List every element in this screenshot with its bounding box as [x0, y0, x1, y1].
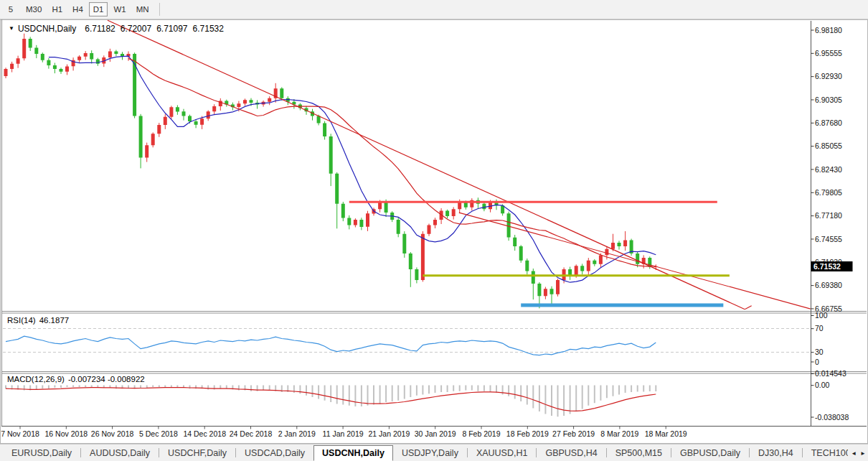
price-tag-value: 6.71532: [813, 262, 841, 271]
price-axis-label: 6.98180: [815, 26, 842, 34]
rsi-axis-label: 100: [815, 311, 828, 320]
date-axis-label: 2 Jan 2019: [278, 429, 316, 438]
timeframe-button-w1[interactable]: W1: [109, 2, 130, 17]
timeframe-button-m30[interactable]: M30: [22, 2, 46, 17]
tab-usdchf-daily[interactable]: USDCHF,Daily: [159, 446, 235, 460]
price-axis-label: 6.90305: [815, 96, 842, 104]
timeframe-button-h1[interactable]: H1: [47, 2, 67, 17]
tab-usdcad-daily[interactable]: USDCAD,Daily: [236, 446, 313, 460]
timeframe-button-mn[interactable]: MN: [132, 2, 154, 17]
date-axis-label: 11 Jan 2019: [323, 429, 364, 438]
rsi-axis-label: 0: [815, 358, 819, 366]
tab-usdjpy-daily[interactable]: USDJPY,Daily: [393, 446, 467, 460]
macd-axis-label: 0.014543: [815, 369, 846, 378]
price-axis-label: 6.87680: [815, 118, 842, 127]
timeframe-button-d1[interactable]: D1: [89, 2, 108, 17]
date-axis-label: 7 Nov 2018: [1, 429, 39, 438]
tab-usdcnh-daily[interactable]: USDCNH,Daily: [313, 445, 393, 461]
rsi-axis-label: 70: [815, 324, 824, 332]
close-quote: 6.71532: [193, 24, 224, 34]
date-axis-label: 16 Nov 2018: [45, 429, 88, 438]
tab-eurusd-daily[interactable]: EURUSD,Daily: [3, 446, 80, 460]
date-axis-label: 5 Dec 2018: [139, 429, 178, 438]
tab-scroll-arrows: ◄ ►: [848, 444, 866, 461]
date-axis-label: 24 Dec 2018: [230, 429, 273, 438]
rsi-label: RSI(14)46.1877: [7, 316, 69, 325]
date-axis-label: 8 Feb 2019: [462, 429, 500, 438]
date-axis-label: 27 Feb 2019: [552, 429, 595, 438]
rsi-value: 46.1877: [39, 316, 70, 325]
timeframe-button-h4[interactable]: H4: [68, 2, 88, 17]
date-axis-label: 21 Jan 2019: [368, 429, 410, 438]
tab-dj30-h4[interactable]: DJ30,H4: [750, 446, 802, 460]
collapse-icon[interactable]: ▼: [9, 25, 14, 32]
date-axis-label: 18 Mar 2019: [645, 429, 687, 438]
date-axis-label: 30 Jan 2019: [415, 429, 456, 438]
rsi-name: RSI(14): [7, 316, 36, 325]
low-quote: 6.71097: [156, 24, 187, 34]
price-axis-label: 6.77180: [815, 211, 842, 220]
price-axis-label: 6.69380: [815, 281, 842, 289]
price-axis-label: 6.82430: [815, 165, 842, 174]
tab-audusd-daily[interactable]: AUDUSD,Daily: [81, 446, 159, 460]
symbol-tabbar: EURUSD,DailyAUDUSD,DailyUSDCHF,DailyUSDC…: [0, 444, 868, 461]
price-axis-label: 6.74555: [815, 235, 842, 243]
price-axis-label: 6.92930: [815, 72, 842, 80]
mt4-window: 5M30H1H4D1W1MN 6.981806.955556.929306.90…: [0, 0, 868, 461]
date-axis-label: 14 Dec 2018: [183, 429, 226, 438]
timeframe-toolbar: 5M30H1H4D1W1MN: [0, 0, 868, 19]
macd-axis-label: 0.00: [815, 381, 830, 389]
date-axis-label: 26 Nov 2018: [91, 429, 134, 438]
chart-title: ▼ USDCNH,Daily 6.71182 6.72007 6.71097 6…: [9, 24, 229, 34]
price-axis-label: 6.85055: [815, 141, 842, 150]
toolbar-separator: [159, 3, 160, 16]
tab-gbpusd-daily[interactable]: GBPUSD,Daily: [671, 446, 749, 460]
tab-gbpusd-h4[interactable]: GBPUSD,H4: [537, 446, 605, 460]
tab-sp500-m15[interactable]: SP500,M15: [607, 446, 671, 460]
macd-label: MACD(12,26,9)-0.007234 -0.008922: [7, 375, 145, 383]
price-axis-label: 6.79805: [815, 188, 842, 197]
chart-window[interactable]: 6.981806.955556.929306.903056.876806.850…: [0, 19, 868, 444]
tab-scroll-right-icon[interactable]: ►: [860, 450, 866, 457]
date-axis-label: 18 Feb 2019: [506, 429, 549, 438]
symbol-period-label: USDCNH,Daily: [18, 24, 76, 34]
timeframe-button-5[interactable]: 5: [1, 2, 20, 17]
tab-scroll-left-icon[interactable]: ◄: [851, 450, 857, 457]
price-axis-label: 6.95555: [815, 49, 842, 57]
macd-values: -0.007234 -0.008922: [68, 375, 145, 383]
high-quote: 6.72007: [121, 24, 151, 34]
macd-name: MACD(12,26,9): [7, 375, 65, 383]
date-axis-label: 8 Mar 2019: [600, 429, 638, 438]
macd-axis-label: -0.038038: [815, 413, 849, 422]
open-quote: 6.71182: [85, 24, 115, 34]
rsi-axis-label: 30: [815, 348, 824, 356]
tab-xauusd-h1[interactable]: XAUUSD,H1: [468, 446, 537, 460]
